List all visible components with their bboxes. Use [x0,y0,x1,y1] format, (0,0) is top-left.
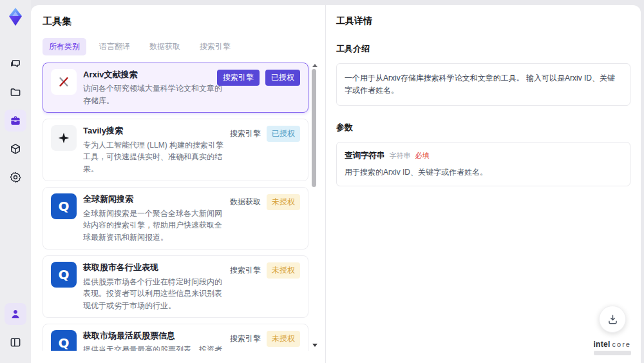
tools-list-panel: 工具集 所有类别 语言翻译 数据获取 搜索引擎 Arxiv文献搜索 访问各个研究… [31,5,325,363]
main-panel: 工具集 所有类别 语言翻译 数据获取 搜索引擎 Arxiv文献搜索 访问各个研究… [31,5,641,363]
scroll-down-arrow-icon[interactable] [312,344,317,347]
tool-card-global-news[interactable]: Q 全球新闻搜索 全球新闻搜索是一个聚合全球各大新闻网站内容的搜索引擎，帮助用户… [43,187,308,250]
tool-description: 提供当天交易量最高的股票列表，投资者可以利用这些信息来识别流动性强的股票和潜在的… [83,344,228,351]
auth-status-badge: 未授权 [267,262,300,279]
scroll-up-arrow-icon[interactable] [312,64,317,67]
parameter-card: 查询字符串 字符串 必填 用于搜索的Arxiv ID、关键字或作者姓名。 [336,142,630,186]
tool-description: 提供股票市场各个行业在特定时间段内的表现。投资者可以利用这些信息来识别表现优于或… [83,276,228,312]
tool-card-active-stocks[interactable]: Q 获取市场最活跃股票信息 提供当天交易量最高的股票列表，投资者可以利用这些信息… [43,324,308,351]
category-badge: 搜索引擎 [230,126,261,142]
sidebar-item-account[interactable] [5,303,26,325]
stock-sector-tool-icon: Q [51,262,77,288]
sidebar-item-files[interactable] [5,81,26,103]
sidebar-item-collapse[interactable] [5,331,26,353]
app-logo-icon [5,6,26,28]
tab-data-fetch[interactable]: 数据获取 [143,38,187,55]
category-tabs: 所有类别 语言翻译 数据获取 搜索引擎 [43,38,317,55]
briefcase-icon [9,114,22,127]
sidebar-item-tools[interactable] [5,110,26,132]
folder-icon [9,86,22,99]
download-icon [607,313,619,326]
params-heading: 参数 [336,122,630,133]
category-badge: 数据获取 [230,194,261,210]
user-icon [9,308,22,320]
tool-description: 全球新闻搜索是一个聚合全球各大新闻网站内容的搜索引擎，帮助用户快速获取全球最新资… [83,208,228,244]
intro-heading: 工具介绍 [336,43,630,55]
auth-status-badge: 已授权 [267,126,300,142]
tab-all-categories[interactable]: 所有类别 [43,38,86,55]
sidebar-item-settings[interactable] [5,166,26,188]
tool-name: 获取市场最活跃股票信息 [83,330,228,342]
sidebar [0,0,31,363]
arxiv-tool-icon [51,69,77,95]
tool-description: 专为人工智能代理 (LLM) 构建的搜索引擎工具，可快速提供实时、准确和真实的结… [83,139,228,175]
tool-list: Arxiv文献搜索 访问各个研究领域大量科学论文和文章的存储库。 搜索引擎 已授… [43,63,317,351]
tab-search-engine[interactable]: 搜索引擎 [193,38,237,55]
sidebar-item-models[interactable] [5,138,26,160]
ultra-watermark [594,351,631,355]
sidebar-item-chat[interactable] [5,53,26,75]
param-description: 用于搜索的Arxiv ID、关键字或作者姓名。 [345,167,622,178]
chat-icon [9,57,22,70]
tool-card-tavily[interactable]: Tavily搜索 专为人工智能代理 (LLM) 构建的搜索引擎工具，可快速提供实… [43,119,308,181]
tool-card-arxiv[interactable]: Arxiv文献搜索 访问各个研究领域大量科学论文和文章的存储库。 搜索引擎 已授… [43,63,308,113]
cube-icon [9,142,22,155]
tool-name: Tavily搜索 [83,125,228,137]
page-title: 工具集 [43,15,317,28]
param-required-flag: 必填 [415,151,430,161]
category-badge: 搜索引擎 [230,331,261,347]
param-name: 查询字符串 [345,150,385,161]
category-badge: 搜索引擎 [230,262,261,279]
gear-icon [9,171,22,184]
auth-status-badge: 未授权 [267,194,300,210]
list-scrollbar[interactable] [311,63,317,351]
auth-status-badge: 未授权 [267,331,300,347]
param-type: 字符串 [390,151,411,161]
panel-toggle-icon [9,336,22,349]
tool-name: 获取股市各行业表现 [83,262,228,273]
tool-name: Arxiv文献搜索 [83,69,228,81]
tab-language-translation[interactable]: 语言翻译 [93,38,137,55]
tool-name: 全球新闻搜索 [83,193,228,205]
scrollbar-thumb[interactable] [312,69,316,187]
tool-card-sector-performance[interactable]: Q 获取股市各行业表现 提供股票市场各个行业在特定时间段内的表现。投资者可以利用… [43,255,308,318]
tool-intro-text: 一个用于从Arxiv存储库搜索科学论文和文章的工具。 输入可以是Arxiv ID… [336,63,630,106]
intel-wordmark: intel [593,340,610,349]
tool-details-panel: 工具详情 工具介绍 一个用于从Arxiv存储库搜索科学论文和文章的工具。 输入可… [325,5,641,363]
download-button[interactable] [599,306,626,333]
tool-description: 访问各个研究领域大量科学论文和文章的存储库。 [83,83,228,106]
news-search-tool-icon: Q [51,193,77,219]
core-wordmark: core [612,340,631,348]
category-badge: 搜索引擎 [217,70,260,86]
intel-core-logo: intelcore [593,338,631,355]
tavily-tool-icon [51,125,77,151]
details-title: 工具详情 [336,15,630,27]
auth-status-badge: 已授权 [265,70,300,86]
active-stocks-tool-icon: Q [51,330,77,351]
